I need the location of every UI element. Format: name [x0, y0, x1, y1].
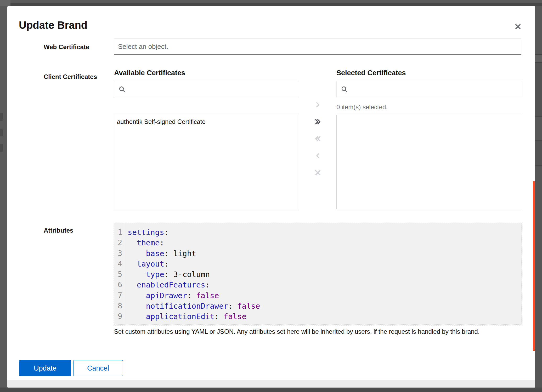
code-line: apiDrawer: false — [128, 290, 522, 301]
modal-bottom-strip — [7, 380, 535, 388]
screen: Update Brand Web Certificate Client Cert… — [0, 0, 542, 392]
client-certificates-label: Client Certificates — [44, 73, 97, 80]
clear-button[interactable] — [313, 168, 323, 178]
dimmed-sidebar-mark — [0, 129, 3, 136]
angle-double-right-icon — [314, 118, 321, 125]
code-line: settings: — [128, 227, 522, 238]
available-search-input[interactable] — [114, 81, 299, 97]
attributes-label: Attributes — [44, 227, 73, 234]
dimmed-background — [0, 0, 10, 6]
selected-status: 0 item(s) selected. — [336, 103, 388, 111]
cancel-button-label: Cancel — [87, 364, 109, 372]
dual-list-controls — [313, 100, 323, 178]
dimmed-page-strip — [535, 117, 542, 140]
code-line: notificationDrawer: false — [128, 301, 522, 311]
certificate-option[interactable]: authentik Self-signed Certificate — [114, 115, 299, 129]
cancel-button[interactable]: Cancel — [73, 360, 123, 376]
available-certificates-list[interactable]: authentik Self-signed Certificate — [114, 115, 299, 209]
update-button[interactable]: Update — [19, 360, 71, 376]
dimmed-page-strip — [535, 141, 542, 165]
attributes-editor[interactable]: 123456789 settings: theme: base: light l… — [114, 223, 522, 325]
times-icon — [314, 169, 321, 176]
search-icon — [118, 86, 126, 93]
orange-highlight-bar — [533, 181, 535, 351]
available-certificates-heading: Available Certificates — [114, 69, 185, 77]
code-line: layout: — [128, 259, 522, 269]
code-line: theme: — [128, 238, 522, 248]
angle-double-left-icon — [314, 135, 321, 142]
selected-certificates-heading: Selected Certificates — [336, 69, 406, 77]
dimmed-page-header — [10, 3, 542, 6]
dimmed-page-strip — [535, 63, 542, 116]
web-certificate-input[interactable] — [114, 39, 521, 54]
available-search — [114, 81, 299, 97]
update-brand-modal: Update Brand Web Certificate Client Cert… — [7, 6, 535, 388]
selected-certificates-list[interactable] — [336, 115, 521, 209]
dimmed-sidebar-mark — [0, 113, 3, 121]
code-line: type: 3-column — [128, 269, 522, 280]
modal-title: Update Brand — [19, 19, 87, 31]
remove-all-button[interactable] — [313, 134, 323, 144]
selected-search — [336, 81, 521, 97]
angle-right-icon — [314, 101, 321, 108]
code-line: enabledFeatures: — [128, 280, 522, 290]
selected-search-input[interactable] — [337, 81, 521, 97]
remove-selected-button[interactable] — [313, 151, 323, 161]
editor-code[interactable]: settings: theme: base: light layout: typ… — [124, 223, 522, 325]
attributes-help-text: Set custom attributes using YAML or JSON… — [114, 328, 522, 336]
dimmed-page-strip — [535, 166, 542, 388]
close-button[interactable] — [512, 21, 524, 32]
add-selected-button[interactable] — [313, 100, 323, 110]
web-certificate-select[interactable] — [114, 38, 521, 55]
angle-left-icon — [314, 152, 321, 159]
dimmed-page-footer — [0, 388, 542, 392]
editor-gutter: 123456789 — [114, 223, 124, 325]
dimmed-page-strip — [535, 55, 542, 62]
close-icon — [514, 23, 522, 31]
web-certificate-label: Web Certificate — [44, 43, 89, 51]
code-line: applicationEdit: false — [128, 311, 522, 322]
code-line: base: light — [128, 248, 522, 259]
search-icon — [341, 86, 348, 93]
add-all-button[interactable] — [313, 117, 323, 127]
dimmed-sidebar-mark — [0, 144, 3, 152]
dimmed-page-strip — [535, 6, 542, 54]
update-button-label: Update — [34, 364, 57, 372]
